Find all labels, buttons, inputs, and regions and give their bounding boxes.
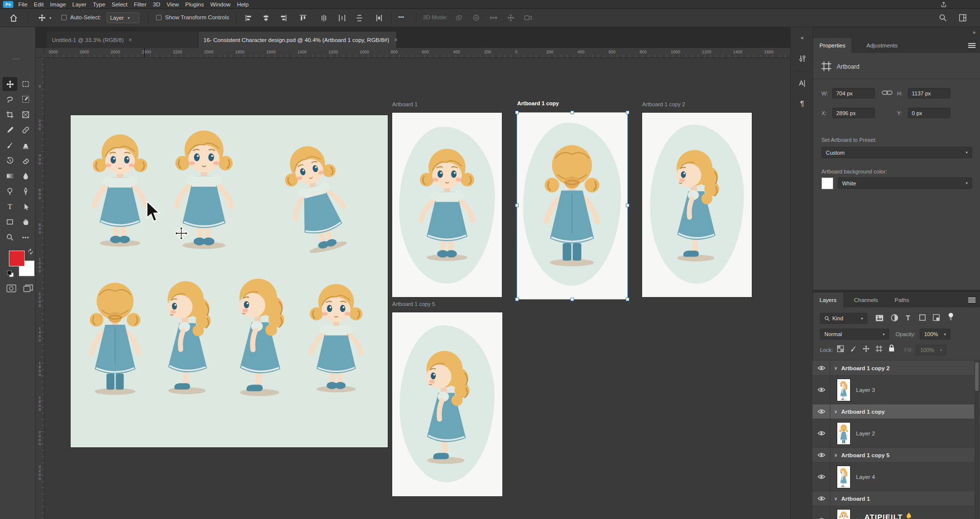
- visibility-toggle[interactable]: [813, 448, 830, 462]
- swap-colors-icon[interactable]: [28, 249, 34, 255]
- default-colors-icon[interactable]: [7, 270, 14, 277]
- panel-menu-icon[interactable]: [968, 43, 976, 48]
- document-tab-character-design[interactable]: 16- Consistent Character design.psd @ 40…: [199, 32, 396, 48]
- lock-pixels-icon[interactable]: [850, 345, 857, 352]
- layer-group-row-selected[interactable]: ∨ Artboard 1 copy: [813, 404, 974, 419]
- tab-paths[interactable]: Paths: [888, 293, 915, 307]
- eraser-tool[interactable]: [18, 154, 33, 168]
- layer-thumbnail[interactable]: [837, 510, 850, 519]
- chevron-down-icon[interactable]: ∨: [830, 496, 841, 501]
- eyedropper-tool[interactable]: [2, 123, 17, 137]
- transform-handle[interactable]: [626, 111, 629, 114]
- dodge-tool[interactable]: [2, 184, 17, 198]
- align-left-icon[interactable]: [244, 13, 253, 22]
- layers-panel-menu-icon[interactable]: [968, 298, 976, 303]
- filter-pixel-layers-icon[interactable]: [875, 314, 884, 322]
- layer-group-row[interactable]: ∨ Artboard 1 copy 2: [813, 361, 974, 376]
- visibility-toggle[interactable]: [813, 376, 830, 404]
- character-panel-icon[interactable]: A|: [795, 76, 810, 90]
- artboard-label[interactable]: Artboard 1 copy 2: [642, 101, 685, 107]
- filter-type-layers-icon[interactable]: T: [906, 314, 910, 322]
- move-tool[interactable]: [2, 77, 17, 91]
- path-selection-tool[interactable]: [18, 200, 33, 214]
- visibility-toggle[interactable]: [813, 506, 830, 519]
- zoom-tool[interactable]: [2, 230, 17, 244]
- artboard-1-copy[interactable]: [517, 113, 627, 299]
- layer-name[interactable]: Layer 2: [856, 431, 875, 436]
- menu-window[interactable]: Window: [210, 1, 231, 7]
- collapse-panels-icon[interactable]: «: [795, 30, 810, 45]
- x-field[interactable]: 2896 px: [832, 108, 875, 118]
- menu-select[interactable]: Select: [112, 1, 127, 7]
- workspace-icon[interactable]: [958, 13, 967, 22]
- home-icon[interactable]: [9, 13, 18, 22]
- vertical-ruler[interactable]: 0 200 400 600 800 1000 1200 1400 1600 18…: [36, 58, 44, 519]
- layer-name[interactable]: Layer 4: [856, 474, 875, 480]
- visibility-toggle[interactable]: [813, 463, 830, 491]
- expand-panels-icon[interactable]: »: [973, 29, 976, 35]
- distribute-h-icon[interactable]: [337, 13, 346, 22]
- layer-row[interactable]: Layer 3: [813, 376, 974, 404]
- lock-position-icon[interactable]: [862, 345, 870, 352]
- align-right-icon[interactable]: [279, 13, 287, 22]
- show-transform-checkbox[interactable]: [156, 15, 162, 20]
- lock-artboard-icon[interactable]: [875, 345, 883, 352]
- filter-shape-layers-icon[interactable]: [919, 314, 926, 321]
- artboard-bg-dropdown[interactable]: White▾: [838, 177, 972, 189]
- transform-handle[interactable]: [515, 111, 519, 114]
- menu-image[interactable]: Image: [50, 1, 66, 7]
- distribute-v-icon[interactable]: [355, 13, 364, 22]
- auto-select-mode-dropdown[interactable]: Layer▾: [107, 12, 139, 23]
- visibility-toggle[interactable]: [813, 361, 830, 375]
- hand-tool[interactable]: [18, 215, 33, 229]
- transform-handle[interactable]: [571, 298, 574, 301]
- transform-handle[interactable]: [515, 298, 519, 301]
- layer-thumbnail[interactable]: [837, 423, 850, 444]
- brush-tool[interactable]: [2, 138, 17, 152]
- toolbar-grip[interactable]: •••: [13, 56, 20, 61]
- filter-smart-objects-icon[interactable]: [933, 314, 940, 321]
- layer-name[interactable]: Layer 3: [856, 387, 875, 393]
- align-top-icon[interactable]: [298, 13, 307, 22]
- ruler-corner[interactable]: [36, 48, 44, 58]
- blur-tool[interactable]: [18, 169, 33, 183]
- auto-select-checkbox[interactable]: [61, 15, 67, 20]
- paragraph-panel-icon[interactable]: ¶: [795, 95, 810, 110]
- close-tab-icon[interactable]: ×: [128, 37, 132, 43]
- crop-tool[interactable]: [2, 108, 17, 122]
- artboard-bg-swatch[interactable]: [821, 177, 833, 189]
- menu-view[interactable]: View: [166, 1, 179, 7]
- layer-group-row[interactable]: ∨ Artboard 1: [813, 491, 974, 506]
- menu-file[interactable]: File: [18, 1, 28, 7]
- visibility-toggle[interactable]: [813, 404, 830, 419]
- menu-layer[interactable]: Layer: [72, 1, 86, 7]
- menu-help[interactable]: Help: [237, 1, 249, 7]
- distribute-spacing-icon[interactable]: [374, 13, 383, 22]
- canvas[interactable]: Artboard 1 Artboard 1 copy Artboard 1 co…: [44, 58, 790, 519]
- artboard-1-copy-2[interactable]: [642, 113, 752, 297]
- chevron-down-icon[interactable]: ∨: [830, 453, 841, 458]
- align-middle-v-icon[interactable]: [320, 13, 329, 22]
- healing-brush-tool[interactable]: [18, 123, 33, 137]
- y-field[interactable]: 0 px: [908, 108, 950, 118]
- search-icon[interactable]: [939, 13, 947, 22]
- menu-plugins[interactable]: Plugins: [185, 1, 204, 7]
- lock-all-icon[interactable]: [888, 344, 895, 352]
- filter-adjustment-layers-icon[interactable]: [891, 314, 898, 322]
- blend-mode-dropdown[interactable]: Normal▾: [820, 329, 889, 340]
- tab-properties[interactable]: Properties: [813, 38, 852, 53]
- reference-sheet-image[interactable]: [71, 115, 388, 447]
- layer-row[interactable]: Layer 2: [813, 419, 974, 448]
- type-tool[interactable]: T: [2, 200, 17, 214]
- libraries-panel-icon[interactable]: [795, 51, 810, 66]
- document-tab-untitled[interactable]: Untitled-1 @ 33.3% (RGB/8) ×: [47, 32, 198, 48]
- width-field[interactable]: 704 px: [832, 88, 875, 98]
- move-tool-icon[interactable]: [38, 13, 46, 22]
- quick-mask-icon[interactable]: [6, 284, 16, 293]
- transform-handle[interactable]: [626, 298, 629, 301]
- opacity-dropdown[interactable]: 100%▾: [920, 329, 950, 340]
- tool-preset-caret[interactable]: ▾: [49, 16, 51, 20]
- chevron-down-icon[interactable]: ∨: [830, 366, 841, 371]
- menu-3d[interactable]: 3D: [153, 1, 161, 7]
- lasso-tool[interactable]: [2, 92, 17, 106]
